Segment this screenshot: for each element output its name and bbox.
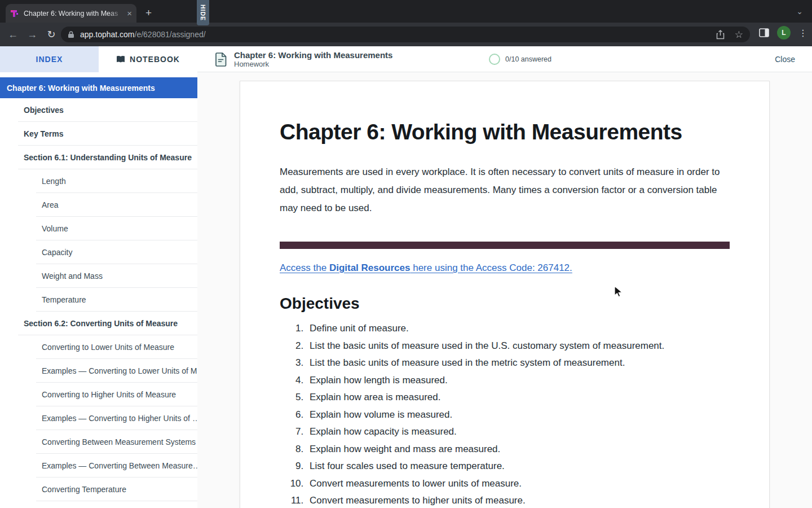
- back-button[interactable]: ←: [3, 29, 23, 41]
- new-tab-button[interactable]: +: [145, 7, 152, 18]
- url-path: /e/628081/assigned/: [135, 30, 206, 39]
- share-icon[interactable]: [716, 30, 725, 40]
- assignment-subtitle: Homework: [234, 60, 392, 68]
- sidebar-item-label: Examples — Converting Between Measure…: [0, 461, 197, 470]
- sidebar-item[interactable]: Capacity: [0, 240, 197, 264]
- objective-item: Define unit of measure.: [306, 322, 730, 334]
- digital-resources-link[interactable]: Access the Digital Resources here using …: [280, 262, 572, 273]
- progress-label: 0/10 answered: [505, 55, 551, 63]
- lock-icon: [68, 30, 74, 38]
- intro-paragraph: Measurements are used in every workplace…: [280, 163, 730, 217]
- sidebar-item[interactable]: Temperature: [0, 288, 197, 312]
- tab-notebook[interactable]: NOTEBOOK: [99, 46, 197, 72]
- sidebar-item[interactable]: Objectives: [0, 98, 197, 122]
- sidebar-item[interactable]: Chapter 6: Working with Measurements: [0, 77, 197, 98]
- sidebar-item-label: Length: [0, 177, 197, 186]
- sidebar-item[interactable]: Converting Temperature: [0, 478, 197, 501]
- objective-item: List the basic units of measure used in …: [306, 357, 730, 369]
- objective-item: Explain how capacity is measured.: [306, 426, 730, 437]
- chapter-card: Chapter 6: Working with Measurements Mea…: [240, 81, 770, 508]
- hide-sidebar-toggle[interactable]: HIDE: [197, 0, 209, 25]
- notebook-icon: [116, 55, 125, 63]
- sidebar-item-label: Examples — Converting to Lower Units of …: [0, 366, 197, 375]
- link-bold-text: Digital Resources: [329, 262, 411, 273]
- sidebar-item[interactable]: Examples — Converting Between Measure…: [0, 454, 197, 478]
- profile-avatar[interactable]: L: [777, 26, 791, 40]
- sidebar-item-label: Weight and Mass: [0, 271, 197, 281]
- sidebar-item-label: Area: [0, 200, 197, 209]
- sidebar-item[interactable]: Converting Between Measurement Systems: [0, 430, 197, 454]
- close-button[interactable]: Close: [775, 46, 795, 72]
- link-suffix: here using the Access Code: 267412.: [410, 262, 572, 273]
- sidebar-item-label: Converting to Higher Units of Measure: [0, 390, 197, 399]
- sidebar-item[interactable]: Examples — Converting to Lower Units of …: [0, 359, 197, 383]
- objective-item: Explain how weight and mass are measured…: [306, 443, 730, 455]
- tophat-logo-icon: [10, 9, 19, 18]
- sidebar-item[interactable]: Examples — Converting to Higher Units of…: [0, 406, 197, 430]
- url-domain: app.tophat.com: [80, 30, 135, 39]
- sidebar-item-label: Capacity: [0, 248, 197, 257]
- tab-search-chevron-icon[interactable]: ⌄: [796, 7, 803, 16]
- tab-title: Chapter 6: Working with Meas: [24, 10, 123, 17]
- progress-indicator: 0/10 answered: [489, 46, 551, 72]
- sidebar-item[interactable]: Key Terms: [0, 122, 197, 146]
- page-title: Chapter 6: Working with Measurements: [280, 120, 730, 144]
- browser-tab[interactable]: Chapter 6: Working with Meas ×: [6, 4, 136, 23]
- sidebar-item[interactable]: Area: [0, 193, 197, 217]
- sidebar-item[interactable]: Converting to Higher Units of Measure: [0, 383, 197, 406]
- objectives-list: Define unit of measure.List the basic un…: [280, 322, 730, 506]
- tab-notebook-label: NOTEBOOK: [130, 55, 180, 64]
- sidebar-item-label: Temperature: [0, 295, 197, 304]
- objective-item: List four scales used to measure tempera…: [306, 460, 730, 472]
- assignment-title: Chapter 6: Working with Measurements: [234, 50, 392, 60]
- sidebar-item[interactable]: Weight and Mass: [0, 264, 197, 288]
- app-header: INDEX NOTEBOOK Chapter 6: Working with M…: [0, 46, 812, 72]
- sidebar-item-label: Examples — Converting to Higher Units of…: [0, 414, 197, 423]
- objective-item: Convert measurements to lower units of m…: [306, 478, 730, 489]
- objective-item: Explain how area is measured.: [306, 391, 730, 403]
- sidebar-item-label: Volume: [0, 224, 197, 233]
- forward-button[interactable]: →: [23, 29, 42, 41]
- sidebar-item-label: Converting to Lower Units of Measure: [0, 343, 197, 352]
- sidebar-item-label: Section 6.1: Understanding Units of Meas…: [0, 153, 197, 162]
- sidebar-item-label: Section 6.2: Converting Units of Measure: [0, 319, 197, 328]
- progress-ring-icon: [489, 54, 500, 65]
- objective-item: Convert measurements to higher units of …: [306, 494, 730, 506]
- sidebar-item-label: Key Terms: [0, 129, 197, 138]
- objective-item: List the basic units of measure used in …: [306, 340, 730, 352]
- sidebar-item[interactable]: Length: [0, 169, 197, 193]
- reload-button[interactable]: ↻: [42, 28, 61, 41]
- content-area: Chapter 6: Working with Measurements Mea…: [197, 72, 812, 508]
- sidebar-item[interactable]: Section 6.1: Understanding Units of Meas…: [0, 146, 197, 169]
- browser-tab-strip: Chapter 6: Working with Meas × + ⌄: [0, 0, 812, 23]
- sidebar-item-label: Chapter 6: Working with Measurements: [0, 84, 197, 93]
- bookmark-star-icon[interactable]: ☆: [735, 29, 743, 41]
- section-divider: [280, 242, 730, 249]
- link-prefix: Access the: [280, 262, 329, 273]
- sidebar-item[interactable]: Volume: [0, 217, 197, 240]
- url-bar[interactable]: app.tophat.com/e/628081/assigned/ ☆: [61, 27, 750, 42]
- sidebar-item[interactable]: Section 6.2: Converting Units of Measure: [0, 312, 197, 335]
- sidebar-item-label: Converting Temperature: [0, 485, 197, 494]
- index-sidebar: Chapter 6: Working with Measurements Obj…: [0, 72, 197, 508]
- sidebar-item-label: Converting Between Measurement Systems: [0, 437, 197, 446]
- objectives-heading: Objectives: [280, 295, 730, 313]
- side-panel-icon[interactable]: [759, 28, 769, 37]
- sidebar-item[interactable]: Converting to Lower Units of Measure: [0, 335, 197, 359]
- document-icon: [215, 52, 227, 67]
- tab-close-icon[interactable]: ×: [127, 8, 132, 18]
- sidebar-item-label: Objectives: [0, 106, 197, 115]
- objective-item: Explain how length is measured.: [306, 374, 730, 386]
- objective-item: Explain how volume is measured.: [306, 409, 730, 421]
- browser-menu-icon[interactable]: ⋮: [798, 28, 807, 38]
- tab-index[interactable]: INDEX: [0, 46, 99, 72]
